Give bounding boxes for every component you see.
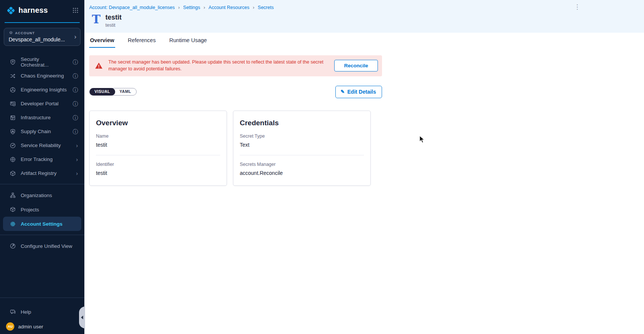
sidebar-collapse-handle[interactable] xyxy=(79,307,85,328)
sidebar-item-engineering-insights[interactable]: Engineering Insights ⓘ xyxy=(0,83,84,97)
secret-manager-warning-banner: The secret manager has been updated. Ple… xyxy=(89,55,382,76)
sidebar-item-label: Security Orchestrat... xyxy=(21,56,68,68)
sidebar-item-label: Chaos Engineering xyxy=(21,73,64,79)
sidebar-item-label: Infrastructure xyxy=(21,115,51,120)
turbine-icon xyxy=(10,87,16,93)
sidebar-item-error-tracking[interactable]: Error Tracking › xyxy=(0,152,84,166)
card-divider xyxy=(96,155,220,155)
breadcrumb-account-link[interactable]: Account: Devspace_all_module_licenses xyxy=(89,5,175,10)
sidebar: harness ACCOUNT Devspace_all_module... xyxy=(0,0,85,334)
visual-yaml-toggle: VISUAL YAML xyxy=(89,88,137,96)
info-icon[interactable]: ⓘ xyxy=(73,87,78,93)
breadcrumb-separator-icon: › xyxy=(178,5,180,10)
field-label: Secret Type xyxy=(240,134,364,139)
info-icon[interactable]: ⓘ xyxy=(73,59,78,65)
field-label: Name xyxy=(96,134,220,139)
toggle-yaml[interactable]: YAML xyxy=(115,88,136,96)
sidebar-item-label: Engineering Insights xyxy=(21,87,67,93)
tab-bar: Overview References Runtime Usage xyxy=(85,33,644,48)
sidebar-item-label: Configure Unified View xyxy=(21,243,72,249)
logo-wordmark: harness xyxy=(18,6,48,15)
harness-logo-icon xyxy=(6,6,16,15)
chevron-left-icon xyxy=(81,316,83,319)
reconcile-button[interactable]: Reconcile xyxy=(334,60,378,71)
chevron-right-icon: › xyxy=(74,33,76,40)
sidebar-item-infrastructure[interactable]: Infrastructure ⓘ xyxy=(0,111,84,124)
chaos-icon xyxy=(10,73,16,79)
layers-icon xyxy=(9,31,13,35)
toggle-visual[interactable]: VISUAL xyxy=(90,88,115,96)
page-header: Account: Devspace_all_module_licenses › … xyxy=(85,0,644,33)
sidebar-item-account-settings[interactable]: Account Settings xyxy=(3,217,81,231)
page-subtitle: testit xyxy=(105,23,122,28)
sidebar-item-developer-portal[interactable]: Developer Portal ⓘ xyxy=(0,97,84,111)
box-icon xyxy=(10,206,16,213)
field-label: Identifier xyxy=(96,162,220,167)
tab-runtime-usage[interactable]: Runtime Usage xyxy=(169,33,208,48)
overview-card: Overview Name testit Identifier testit xyxy=(89,111,227,186)
sidebar-item-label: Service Reliability xyxy=(21,143,61,148)
sidebar-item-label: Account Settings xyxy=(21,221,62,227)
detail-cards: Overview Name testit Identifier testit C… xyxy=(89,111,644,186)
info-icon[interactable]: ⓘ xyxy=(73,101,78,106)
edit-details-button[interactable]: ✎ Edit Details xyxy=(335,86,382,98)
sidebar-item-label: Projects xyxy=(21,207,39,213)
sidebar-divider xyxy=(0,235,84,235)
view-toolbar: VISUAL YAML ✎ Edit Details xyxy=(89,86,382,98)
card-divider xyxy=(240,155,364,155)
tab-references[interactable]: References xyxy=(127,33,157,48)
org-chart-icon xyxy=(10,192,16,198)
sidebar-item-security-orchestration[interactable]: Security Orchestrat... ⓘ xyxy=(0,55,84,69)
sidebar-item-label: Help xyxy=(21,309,31,315)
kebab-menu-icon[interactable]: ⋮ xyxy=(572,3,583,11)
sidebar-item-artifact-registry[interactable]: Artifact Registry › xyxy=(0,166,84,180)
credentials-card: Credentials Secret Type Text Secrets Man… xyxy=(233,111,371,186)
sidebar-divider xyxy=(0,184,84,184)
sidebar-item-supply-chain[interactable]: Supply Chain ⓘ xyxy=(0,124,84,138)
sidebar-spacer xyxy=(0,253,84,294)
breadcrumb-secrets-link[interactable]: Secrets xyxy=(258,5,274,10)
field-label: Secrets Manager xyxy=(240,162,364,167)
sidebar-item-label: Organizations xyxy=(21,193,52,198)
account-scope-selector[interactable]: ACCOUNT Devspace_all_module... › xyxy=(4,28,81,46)
secret-type-text-icon: T xyxy=(92,14,100,25)
info-icon[interactable]: ⓘ xyxy=(73,129,78,134)
chevron-right-icon: › xyxy=(76,156,78,162)
sidebar-divider xyxy=(0,298,84,298)
cube-icon xyxy=(10,170,16,176)
sidebar-item-projects[interactable]: Projects xyxy=(0,202,84,217)
wrench-circle-icon xyxy=(10,243,16,249)
card-title: Overview xyxy=(96,119,220,127)
portal-icon xyxy=(10,101,16,107)
tab-content: The secret manager has been updated. Ple… xyxy=(85,48,644,334)
module-grid-icon[interactable] xyxy=(73,8,78,13)
sidebar-item-chaos-engineering[interactable]: Chaos Engineering ⓘ xyxy=(0,69,84,83)
info-icon[interactable]: ⓘ xyxy=(73,115,78,120)
field-value: Text xyxy=(240,142,364,148)
breadcrumb-account-resources-link[interactable]: Account Resources xyxy=(209,5,249,10)
avatar: AU xyxy=(6,322,14,331)
sidebar-item-label: Artifact Registry xyxy=(21,170,56,176)
sidebar-item-organizations[interactable]: Organizations xyxy=(0,188,84,202)
gauge-icon xyxy=(10,143,16,149)
harness-logo[interactable]: harness xyxy=(6,6,48,15)
breadcrumb-settings-link[interactable]: Settings xyxy=(183,5,200,10)
sidebar-item-help[interactable]: ? Help xyxy=(0,305,84,319)
account-scope-label: ACCOUNT xyxy=(15,31,35,35)
card-title: Credentials xyxy=(240,119,364,127)
field-value: testit xyxy=(96,170,220,176)
warning-message: The secret manager has been updated. Ple… xyxy=(108,59,329,73)
user-menu[interactable]: AU admin user xyxy=(0,319,84,334)
breadcrumb-separator-icon: › xyxy=(253,5,254,10)
main-content: Account: Devspace_all_module_licenses › … xyxy=(85,0,644,334)
page-title: testit xyxy=(105,14,122,21)
shield-network-icon xyxy=(10,129,16,135)
sidebar-item-configure-unified-view[interactable]: Configure Unified View xyxy=(0,239,84,253)
sidebar-item-service-reliability[interactable]: Service Reliability › xyxy=(0,138,84,152)
svg-text:?: ? xyxy=(12,310,13,313)
tab-overview[interactable]: Overview xyxy=(89,33,115,48)
pencil-icon: ✎ xyxy=(341,89,345,94)
building-icon xyxy=(10,115,16,121)
shield-icon xyxy=(10,59,16,65)
info-icon[interactable]: ⓘ xyxy=(73,73,78,79)
